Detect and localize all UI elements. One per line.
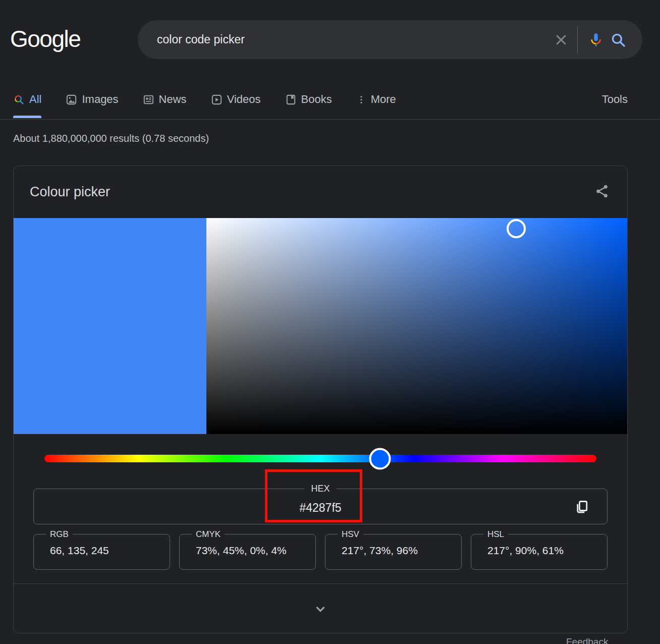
card-title: Colour picker: [30, 184, 594, 200]
all-search-icon: [13, 94, 25, 105]
tab-label: News: [159, 93, 187, 106]
google-logo[interactable]: Google: [10, 25, 80, 52]
results-nav-bar: All Images News: [0, 80, 660, 120]
cmyk-label: CMYK: [192, 529, 225, 540]
expand-card-button[interactable]: [14, 584, 627, 633]
voice-search-button[interactable]: [585, 29, 607, 51]
tab-news[interactable]: News: [143, 80, 187, 119]
hsv-label: HSV: [338, 529, 363, 540]
hsl-field[interactable]: HSL 217°, 90%, 61%: [471, 534, 608, 570]
clear-search-button[interactable]: [550, 29, 572, 51]
tab-label: Images: [82, 93, 118, 106]
feedback-link[interactable]: Feedback: [566, 636, 608, 644]
hsv-field[interactable]: HSV 217°, 73%, 96%: [325, 534, 462, 570]
books-icon: [285, 94, 297, 105]
active-tab-underline: [13, 116, 41, 118]
tab-label: Videos: [227, 93, 261, 106]
search-submit-button[interactable]: [607, 29, 629, 51]
hex-field-label: HEX: [304, 484, 336, 494]
rgb-label: RGB: [46, 529, 73, 540]
search-divider: [577, 26, 578, 53]
hsv-value[interactable]: 217°, 73%, 96%: [342, 545, 418, 557]
tab-label: Books: [301, 93, 332, 106]
share-icon: [594, 183, 610, 199]
gradient-selector-handle[interactable]: [507, 219, 526, 238]
videos-icon: [211, 94, 223, 105]
copy-hex-button[interactable]: [571, 496, 593, 518]
tab-label: More: [371, 93, 396, 106]
tab-all[interactable]: All: [13, 80, 41, 119]
picker-area: [14, 218, 627, 434]
colour-picker-card: Colour picker HEX #4287f5: [13, 166, 628, 633]
tools-button[interactable]: Tools: [602, 80, 628, 119]
search-bar[interactable]: color code picker: [138, 20, 642, 59]
share-button[interactable]: [594, 183, 610, 201]
close-icon: [554, 32, 569, 47]
rgb-field[interactable]: RGB 66, 135, 245: [33, 534, 170, 570]
hue-slider[interactable]: [44, 455, 596, 462]
microphone-icon: [587, 31, 604, 48]
hex-field-value[interactable]: #4287f5: [34, 501, 607, 514]
saturation-value-gradient[interactable]: [206, 218, 627, 434]
more-dots-icon: [356, 94, 366, 105]
rgb-value[interactable]: 66, 135, 245: [50, 545, 109, 557]
tab-books[interactable]: Books: [285, 80, 332, 119]
chevron-down-icon: [313, 601, 328, 616]
tab-images[interactable]: Images: [66, 80, 118, 119]
hue-track[interactable]: [44, 455, 596, 462]
color-values-row: RGB 66, 135, 245 CMYK 73%, 45%, 0%, 4% H…: [33, 534, 608, 570]
news-icon: [143, 94, 154, 105]
copy-icon: [573, 498, 591, 516]
cmyk-value[interactable]: 73%, 45%, 0%, 4%: [196, 545, 287, 557]
selected-color-swatch: [14, 218, 206, 434]
search-icon: [610, 31, 627, 48]
tab-more[interactable]: More: [356, 80, 396, 119]
hex-field[interactable]: HEX #4287f5: [33, 489, 608, 524]
tab-videos[interactable]: Videos: [211, 80, 261, 119]
images-icon: [66, 94, 77, 105]
hue-slider-handle[interactable]: [369, 448, 391, 469]
result-stats: About 1,880,000,000 results (0.78 second…: [13, 133, 209, 144]
cmyk-field[interactable]: CMYK 73%, 45%, 0%, 4%: [179, 534, 316, 570]
tab-label: All: [29, 93, 41, 106]
hsl-value[interactable]: 217°, 90%, 61%: [487, 545, 564, 557]
search-input[interactable]: color code picker: [157, 33, 550, 46]
hsl-label: HSL: [483, 529, 508, 540]
